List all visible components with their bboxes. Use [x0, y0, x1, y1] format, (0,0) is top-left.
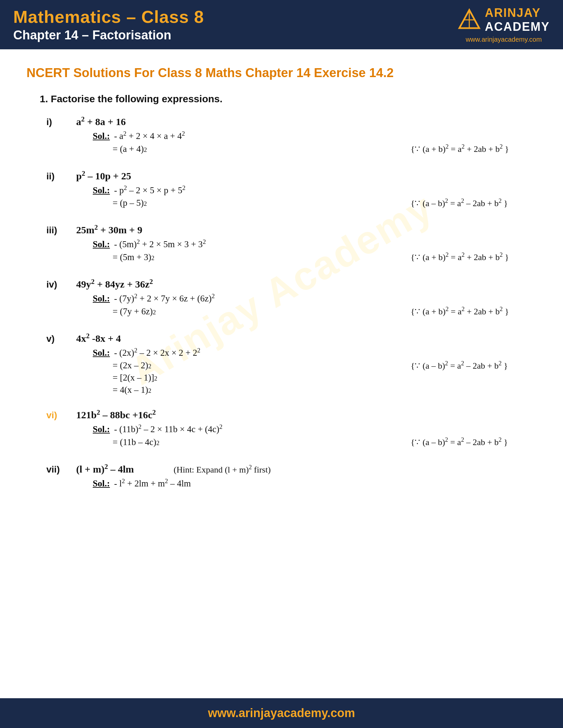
q-iv-indent: = (7y + 6z)2 [113, 306, 156, 317]
main-content: Arinjay Academy NCERT Solutions For Clas… [0, 49, 563, 528]
question-vi: vi) 121b2 – 88bc +16c2 Sol.: - (11b)2 – … [46, 408, 537, 449]
q-ii-sol-row2: = (p – 5)2 {∵ (a – b)2 = a2 – 2ab + b2 } [93, 198, 537, 210]
header-left: Mathematics – Class 8 Chapter 14 – Facto… [13, 7, 204, 42]
sol-text-v-1: - (2x)2 – 2 × 2x × 2 + 22 [112, 347, 200, 358]
q-iii-sol-row2: = (5m + 3)2 {∵ (a + b)2 = a2 + 2ab + b2 … [93, 251, 537, 264]
page-footer: www.arinjayacademy.com [0, 698, 563, 728]
sol-text-iv-1: - (7y)2 + 2 × 7y × 6z + (6z)2 [112, 293, 215, 304]
question-ii: ii) p2 – 10p + 25 Sol.: - p2 – 2 × 5 × p… [46, 169, 537, 210]
q-v-indent1: = (2x – 2)2 [113, 360, 151, 371]
q-iv-sol-line1: Sol.: - (7y)2 + 2 × 7y × 6z + (6z)2 [93, 293, 537, 304]
q-ii-indent: = (p – 5)2 [113, 198, 147, 208]
q-iv-sol-row2: = (7y + 6z)2 {∵ (a + b)2 = a2 + 2ab + b2… [93, 306, 537, 319]
q-iii-row: iii) 25m2 + 30m + 9 [46, 223, 537, 236]
question-iv: iv) 49y2 + 84yz + 36z2 Sol.: - (7y)2 + 2… [46, 278, 537, 319]
q-v-label: v) [46, 334, 76, 344]
q-vii-solution: Sol.: - l2 + 2lm + m2 – 4lm [93, 478, 537, 489]
q-vii-row: vii) (l + m)2 – 4lm (Hint: Expand (l + m… [46, 463, 537, 475]
q-iii-expression: 25m2 + 30m + 9 [76, 223, 142, 236]
q-v-solution: Sol.: - (2x)2 – 2 × 2x × 2 + 22 = (2x – … [93, 347, 537, 395]
sol-label-iv: Sol.: [93, 294, 110, 304]
q-ii-sol-line1: Sol.: - p2 – 2 × 5 × p + 52 [93, 184, 537, 196]
academy-logo-icon [458, 8, 481, 31]
q-v-row: v) 4x2 -8x + 4 [46, 332, 537, 344]
logo-url: www.arinjayacademy.com [466, 36, 542, 43]
q-i-sol-row2: = (a + 4)2 {∵ (a + b)2 = a2 + 2ab + b2 } [93, 143, 537, 156]
q-i-expression: a2 + 8a + 16 [76, 115, 126, 127]
q-v-formula: {∵ (a – b)2 = a2 – 2ab + b2 } [398, 360, 537, 371]
sol-label-vi: Sol.: [93, 424, 110, 434]
q-ii-formula: {∵ (a – b)2 = a2 – 2ab + b2 } [398, 198, 537, 208]
q-v-indent3: = 4(x – 1)2 [113, 385, 537, 395]
q-vi-sol-row2: = (11b – 4c)2 {∵ (a – b)2 = a2 – 2ab + b… [93, 436, 537, 449]
sol-text-vi-1: - (11b)2 – 2 × 11b × 4c + (4c)2 [112, 423, 222, 434]
logo-box: ARINJAY ACADEMY [458, 6, 550, 34]
q-iv-solution: Sol.: - (7y)2 + 2 × 7y × 6z + (6z)2 = (7… [93, 293, 537, 319]
q-vi-solution: Sol.: - (11b)2 – 2 × 11b × 4c + (4c)2 = … [93, 423, 537, 449]
q-iv-expression: 49y2 + 84yz + 36z2 [76, 278, 153, 290]
content-inner: NCERT Solutions For Class 8 Maths Chapte… [26, 66, 537, 489]
q-vii-sol-line1: Sol.: - l2 + 2lm + m2 – 4lm [93, 478, 537, 489]
q-v-sol-line1: Sol.: - (2x)2 – 2 × 2x × 2 + 22 [93, 347, 537, 358]
sol-text-ii-1: - p2 – 2 × 5 × p + 52 [112, 184, 185, 196]
sol-label-ii: Sol.: [93, 185, 110, 196]
q-iii-sol-line1: Sol.: - (5m)2 + 2 × 5m × 3 + 32 [93, 238, 537, 250]
sol-label-vii: Sol.: [93, 478, 110, 489]
q-iii-solution: Sol.: - (5m)2 + 2 × 5m × 3 + 32 = (5m + … [93, 238, 537, 264]
question-iii: iii) 25m2 + 30m + 9 Sol.: - (5m)2 + 2 × … [46, 223, 537, 264]
q-i-row: i) a2 + 8a + 16 [46, 115, 537, 127]
header-subtitle: Chapter 14 – Factorisation [13, 28, 204, 42]
q-iii-indent: = (5m + 3)2 [113, 252, 154, 262]
question-vii: vii) (l + m)2 – 4lm (Hint: Expand (l + m… [46, 463, 537, 489]
header-logo: ARINJAY ACADEMY www.arinjayacademy.com [458, 6, 550, 43]
q-vii-expression: (l + m)2 – 4lm [76, 463, 134, 475]
q-ii-label: ii) [46, 171, 76, 182]
sol-label-i: Sol.: [93, 131, 110, 141]
question-v: v) 4x2 -8x + 4 Sol.: - (2x)2 – 2 × 2x × … [46, 332, 537, 395]
header-title: Mathematics – Class 8 [13, 7, 204, 27]
q-i-indent: = (a + 4)2 [113, 144, 147, 154]
q-iii-formula: {∵ (a + b)2 = a2 + 2ab + b2 } [398, 251, 537, 262]
sol-text-i-1: - a2 + 2 × 4 × a + 42 [112, 130, 185, 141]
q-vii-hint: (Hint: Expand (l + m)2 first) [173, 464, 270, 475]
q-i-solution: Sol.: - a2 + 2 × 4 × a + 42 = (a + 4)2 {… [93, 130, 537, 156]
footer-url: www.arinjayacademy.com [13, 706, 550, 720]
q-vi-sol-line1: Sol.: - (11b)2 – 2 × 11b × 4c + (4c)2 [93, 423, 537, 434]
q-vi-indent: = (11b – 4c)2 [113, 437, 159, 447]
q-vi-expression: 121b2 – 88bc +16c2 [76, 408, 156, 421]
q-v-indent2: = [2(x – 1)]2 [113, 373, 537, 383]
q-ii-solution: Sol.: - p2 – 2 × 5 × p + 52 = (p – 5)2 {… [93, 184, 537, 210]
q-i-sol-line1: Sol.: - a2 + 2 × 4 × a + 42 [93, 130, 537, 141]
q-vii-label: vii) [46, 464, 76, 475]
q-ii-row: ii) p2 – 10p + 25 [46, 169, 537, 182]
q-v-sol-row2: = (2x – 2)2 {∵ (a – b)2 = a2 – 2ab + b2 … [93, 360, 537, 373]
q-vi-label: vi) [46, 410, 76, 421]
sol-text-vii-1: - l2 + 2lm + m2 – 4lm [112, 478, 191, 489]
q-iv-label: iv) [46, 279, 76, 290]
q-iv-row: iv) 49y2 + 84yz + 36z2 [46, 278, 537, 290]
q-iv-formula: {∵ (a + b)2 = a2 + 2ab + b2 } [398, 306, 537, 317]
logo-arinjay: ARINJAY [485, 6, 541, 20]
sol-text-iii-1: - (5m)2 + 2 × 5m × 3 + 32 [112, 238, 206, 250]
sol-label-iii: Sol.: [93, 239, 110, 250]
sol-label-v: Sol.: [93, 348, 110, 358]
logo-academy: ACADEMY [485, 20, 550, 34]
q-vi-row: vi) 121b2 – 88bc +16c2 [46, 408, 537, 421]
logo-text: ARINJAY ACADEMY [485, 6, 550, 34]
q-v-expression: 4x2 -8x + 4 [76, 332, 121, 344]
q-i-label: i) [46, 117, 76, 127]
q-vi-formula: {∵ (a – b)2 = a2 – 2ab + b2 } [398, 436, 537, 447]
question-i: i) a2 + 8a + 16 Sol.: - a2 + 2 × 4 × a +… [46, 115, 537, 156]
q-i-formula: {∵ (a + b)2 = a2 + 2ab + b2 } [398, 143, 537, 154]
page-heading: NCERT Solutions For Class 8 Maths Chapte… [26, 66, 537, 80]
q-ii-expression: p2 – 10p + 25 [76, 169, 131, 182]
q-iii-label: iii) [46, 225, 76, 236]
question-main: 1. Factorise the following expressions. [40, 93, 537, 105]
page-header: Mathematics – Class 8 Chapter 14 – Facto… [0, 0, 563, 49]
